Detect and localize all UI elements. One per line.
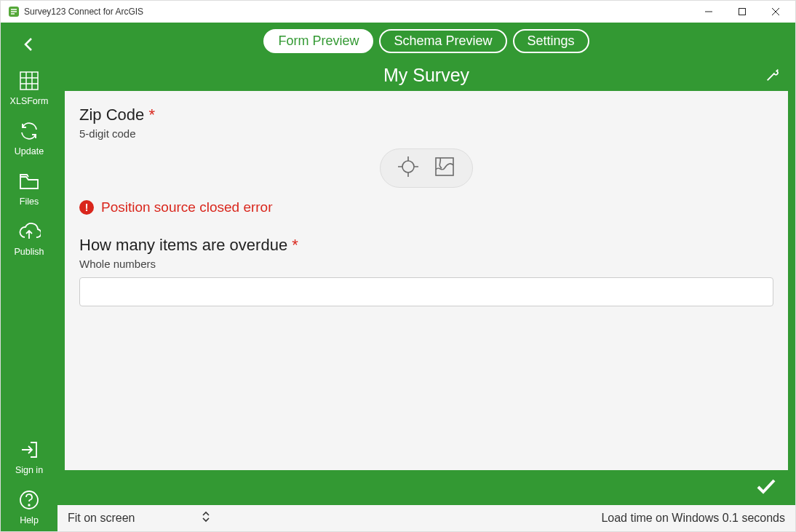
sidebar-item-label: Help (20, 515, 39, 525)
sidebar-item-update[interactable]: Update (15, 119, 44, 156)
app-window: Survey123 Connect for ArcGIS XLSForm (0, 0, 796, 532)
minimize-button[interactable] (692, 1, 725, 23)
survey-header: My Survey (65, 59, 788, 91)
error-text: Position source closed error (101, 199, 273, 215)
svg-point-4 (28, 504, 30, 506)
back-button[interactable] (20, 36, 38, 56)
form-preview: My Survey Zip Code * 5-digit code (65, 59, 788, 505)
sidebar: XLSForm Update Files P (1, 23, 57, 531)
sidebar-item-label: XLSForm (10, 96, 49, 106)
question-zip-code: Zip Code * 5-digit code (79, 106, 773, 140)
question-label: How many items are overdue * (79, 236, 773, 255)
error-message: Position source closed error (79, 199, 773, 215)
question-hint: 5-digit code (79, 127, 773, 140)
sidebar-item-label: Sign in (15, 465, 43, 475)
zoom-stepper[interactable] (200, 511, 212, 525)
cloud-upload-icon (17, 220, 41, 243)
required-marker: * (292, 236, 298, 254)
main-area: XLSForm Update Files P (1, 23, 795, 531)
folder-icon (17, 170, 41, 193)
load-time: Load time on Windows 0.1 seconds (601, 512, 785, 525)
survey-body: Zip Code * 5-digit code (65, 91, 788, 470)
status-bar: Fit on screen Load time on Windows 0.1 s… (57, 505, 795, 531)
sidebar-item-signin[interactable]: Sign in (15, 438, 43, 475)
crosshair-icon (397, 155, 420, 178)
submit-button[interactable] (755, 475, 778, 501)
maximize-button[interactable] (725, 1, 759, 23)
svg-rect-2 (20, 72, 38, 90)
svg-point-5 (402, 161, 414, 172)
window-title: Survey123 Connect for ArcGIS (24, 7, 143, 17)
app-icon (8, 6, 20, 17)
map-icon (433, 155, 456, 178)
survey-title: My Survey (383, 65, 469, 86)
tools-icon[interactable] (765, 66, 781, 87)
sidebar-item-files[interactable]: Files (17, 170, 41, 207)
spreadsheet-icon (17, 69, 41, 92)
svg-rect-1 (739, 9, 746, 15)
refresh-icon (17, 119, 41, 143)
question-hint: Whole numbers (79, 258, 773, 270)
titlebar: Survey123 Connect for ArcGIS (1, 1, 795, 23)
svg-rect-6 (436, 158, 453, 175)
locate-button[interactable] (397, 155, 420, 181)
check-icon (755, 475, 778, 498)
overdue-count-input[interactable] (79, 277, 773, 306)
sidebar-item-label: Update (15, 146, 44, 156)
map-button[interactable] (433, 155, 456, 181)
error-icon (79, 200, 94, 215)
zoom-mode[interactable]: Fit on screen (68, 512, 135, 525)
sidebar-item-xlsform[interactable]: XLSForm (10, 69, 49, 106)
geopoint-pill (380, 148, 473, 188)
close-button[interactable] (759, 1, 792, 23)
tab-form-preview[interactable]: Form Preview (263, 29, 373, 53)
tab-bar: Form Preview Schema Preview Settings (57, 23, 795, 59)
question-label: Zip Code * (79, 106, 773, 124)
sidebar-item-help[interactable]: Help (17, 488, 41, 525)
help-icon (17, 488, 41, 512)
sidebar-item-label: Files (20, 196, 39, 207)
sidebar-item-label: Publish (15, 247, 44, 257)
content-column: Form Preview Schema Preview Settings My … (57, 23, 795, 531)
survey-footer (65, 470, 788, 505)
signin-icon (17, 438, 41, 461)
sidebar-item-publish[interactable]: Publish (15, 220, 44, 257)
tab-schema-preview[interactable]: Schema Preview (379, 29, 506, 53)
geopoint-controls (79, 148, 773, 188)
tab-settings[interactable]: Settings (513, 29, 589, 53)
required-marker: * (148, 106, 155, 124)
question-overdue-items: How many items are overdue * Whole numbe… (79, 236, 773, 306)
